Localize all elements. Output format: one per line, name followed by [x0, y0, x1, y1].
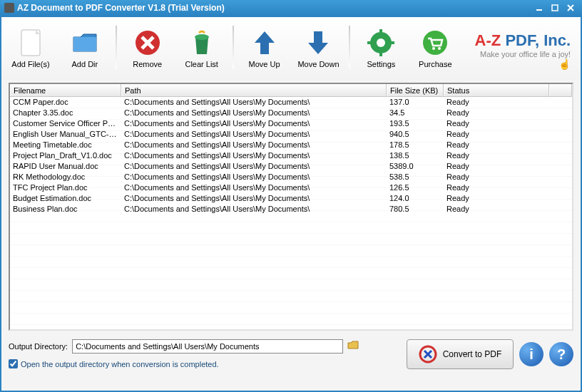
cell-status: Ready [444, 150, 549, 161]
table-row[interactable]: RK Methodology.docC:\Documents and Setti… [10, 172, 572, 182]
cell-size: 780.5 [387, 204, 444, 215]
move-down-label: Move Down [297, 60, 339, 68]
info-button[interactable]: i [519, 342, 543, 366]
output-dir-input[interactable] [72, 339, 343, 354]
add-dir-button[interactable]: Add Dir [61, 23, 108, 78]
table-row[interactable]: Chapter 3.35.docC:\Documents and Setting… [10, 108, 572, 118]
column-size[interactable]: File Size (KB) [387, 84, 444, 96]
gear-icon [365, 27, 397, 58]
add-files-button[interactable]: Add File(s) [7, 23, 54, 78]
arrow-up-icon [249, 27, 280, 58]
column-extra[interactable] [549, 84, 572, 96]
settings-label: Settings [367, 60, 396, 68]
purchase-button[interactable]: Purchase [412, 23, 459, 78]
svg-point-9 [195, 34, 209, 40]
brand-rest: PDF, Inc. [501, 31, 571, 49]
svg-rect-17 [390, 41, 394, 44]
move-up-button[interactable]: Move Up [241, 23, 288, 78]
minimize-button[interactable] [532, 2, 546, 14]
settings-button[interactable]: Settings [357, 23, 404, 78]
clear-list-button[interactable]: Clear List [178, 23, 225, 78]
cell-filename: TFC Project Plan.doc [10, 182, 121, 193]
svg-point-19 [432, 47, 435, 50]
brand-prefix: A-Z [475, 31, 501, 49]
svg-rect-1 [552, 5, 558, 11]
move-up-label: Move Up [249, 60, 280, 68]
clear-list-label: Clear List [185, 60, 218, 68]
svg-rect-15 [379, 52, 382, 56]
cell-size: 178.5 [387, 140, 444, 150]
folder-open-icon [347, 340, 360, 350]
table-row[interactable]: Project Plan_Draft_V1.0.docC:\Documents … [10, 150, 572, 161]
arrow-down-icon [302, 27, 334, 58]
table-row[interactable]: RAPID User Manual.docC:\Documents and Se… [10, 161, 572, 172]
cell-filename: Project Plan_Draft_V1.0.doc [10, 150, 121, 161]
cell-status: Ready [444, 118, 549, 129]
remove-icon [132, 27, 163, 58]
cell-size: 5389.0 [387, 161, 444, 172]
bottom-panel: Output Directory: Open the output direct… [1, 334, 581, 375]
trash-icon [186, 27, 218, 58]
table-row[interactable]: TFC Project Plan.docC:\Documents and Set… [10, 182, 572, 193]
cell-size: 126.5 [387, 182, 444, 193]
toolbar: Add File(s) Add Dir Remove Clear List [1, 17, 581, 80]
remove-button[interactable]: Remove [124, 23, 171, 78]
toolbar-separator [349, 26, 350, 68]
minimize-icon [535, 4, 543, 11]
table-row[interactable]: CCM Paper.docC:\Documents and Settings\A… [10, 97, 572, 108]
cell-path: C:\Documents and Settings\All Users\My D… [121, 150, 387, 161]
cell-filename: Customer Service Officer PD.... [10, 118, 121, 129]
column-filename[interactable]: Filename [10, 84, 121, 96]
cell-status: Ready [444, 193, 549, 204]
file-table: Filename Path File Size (KB) Status CCM … [9, 83, 573, 331]
convert-button[interactable]: Convert to PDF [407, 339, 514, 369]
maximize-button[interactable] [548, 2, 562, 14]
cell-filename: Chapter 3.35.doc [10, 108, 121, 118]
titlebar[interactable]: AZ Document to PDF Converter V1.8 (Trial… [0, 0, 582, 16]
cell-size: 124.0 [387, 193, 444, 204]
convert-label: Convert to PDF [443, 349, 502, 359]
cell-path: C:\Documents and Settings\All Users\My D… [121, 140, 387, 150]
table-body: CCM Paper.docC:\Documents and Settings\A… [10, 97, 572, 331]
svg-marker-11 [308, 31, 328, 54]
table-row[interactable]: Business Plan.docC:\Documents and Settin… [10, 204, 572, 215]
column-path[interactable]: Path [121, 84, 387, 96]
table-row[interactable]: Budget Estimation.docC:\Documents and Se… [10, 193, 572, 204]
cell-status: Ready [444, 182, 549, 193]
cell-status: Ready [444, 204, 549, 215]
cell-status: Ready [444, 172, 549, 182]
column-status[interactable]: Status [444, 84, 549, 96]
cell-size: 138.5 [387, 150, 444, 161]
output-dir-label: Output Directory: [9, 342, 68, 351]
maximize-icon [551, 4, 559, 11]
cell-size: 137.0 [387, 97, 444, 108]
close-button[interactable] [563, 2, 578, 14]
table-row[interactable]: Meeting Timetable.docC:\Documents and Se… [10, 140, 572, 150]
cell-path: C:\Documents and Settings\All Users\My D… [121, 182, 387, 193]
cart-icon [419, 27, 451, 58]
cell-path: C:\Documents and Settings\All Users\My D… [121, 193, 387, 204]
window-title: AZ Document to PDF Converter V1.8 (Trial… [17, 3, 225, 13]
cell-path: C:\Documents and Settings\All Users\My D… [121, 204, 387, 215]
cell-size: 940.5 [387, 129, 444, 140]
move-down-button[interactable]: Move Down [295, 23, 342, 78]
close-icon [566, 4, 575, 11]
cell-filename: English User Manual_GTC-71... [10, 129, 121, 140]
browse-folder-button[interactable] [347, 340, 362, 353]
cell-size: 538.5 [387, 172, 444, 182]
toolbar-separator [116, 26, 117, 68]
table-row[interactable]: Customer Service Officer PD....C:\Docume… [10, 118, 572, 129]
brand-logo: A-Z PDF, Inc. Make your office life a jo… [466, 31, 575, 70]
table-row[interactable]: English User Manual_GTC-71...C:\Document… [10, 129, 572, 140]
open-dir-checkbox[interactable] [9, 359, 18, 368]
cell-path: C:\Documents and Settings\All Users\My D… [121, 118, 387, 129]
open-dir-label: Open the output directory when conversio… [21, 360, 219, 368]
add-files-label: Add File(s) [11, 60, 49, 68]
brand-tagline: Make your office life a joy! [480, 50, 571, 58]
help-button[interactable]: ? [549, 342, 573, 366]
cell-status: Ready [444, 161, 549, 172]
cell-size: 34.5 [387, 108, 444, 118]
app-icon [4, 3, 14, 13]
svg-point-13 [377, 38, 385, 47]
cell-path: C:\Documents and Settings\All Users\My D… [121, 129, 387, 140]
